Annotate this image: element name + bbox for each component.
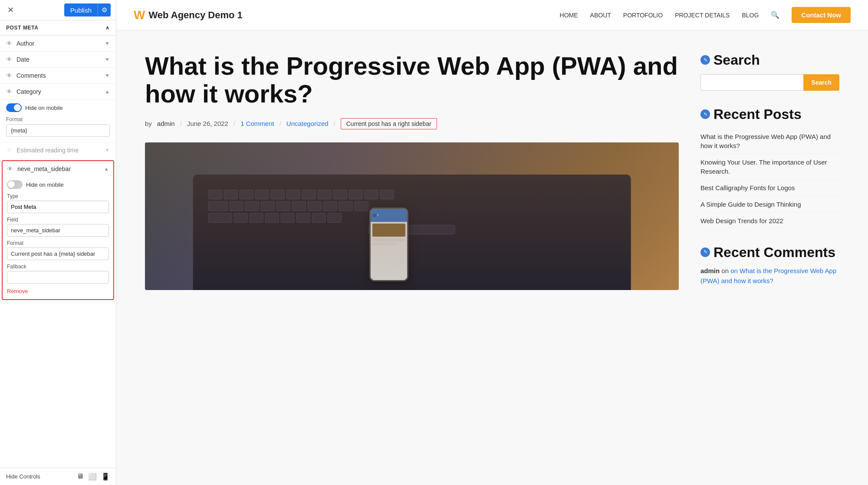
- comment-on: on: [721, 267, 730, 274]
- nav-project-details[interactable]: PROJECT DETAILS: [675, 12, 730, 19]
- article-title: What is the Progressive Web App (PWA) an…: [145, 52, 679, 108]
- type-label: Type: [7, 193, 109, 199]
- fallback-input[interactable]: [7, 271, 109, 284]
- site-logo: W Web Agency Demo 1: [134, 8, 243, 22]
- recent-post-item[interactable]: A Simple Guide to Design Thinking: [700, 196, 839, 213]
- nav-portfolio[interactable]: PORTOFOLIO: [623, 12, 663, 19]
- recent-posts-widget-icon: ✎: [700, 109, 710, 119]
- author-visibility-icon[interactable]: 👁: [6, 40, 12, 47]
- neve-body: Hide on mobile Type Post Meta Custom Fie…: [3, 177, 113, 299]
- recent-post-item[interactable]: What is the Progressive Web App (PWA) an…: [700, 129, 839, 154]
- bottom-bar: Hide Controls 🖥 ⬜ 📱: [0, 468, 116, 485]
- article-comments[interactable]: 1 Comment: [240, 120, 274, 127]
- neve-format-label: Format: [7, 240, 109, 246]
- neve-visibility-icon[interactable]: 👁: [7, 165, 13, 172]
- mobile-view-icon[interactable]: 📱: [101, 472, 110, 481]
- contact-button[interactable]: Contact Now: [792, 7, 851, 23]
- article-image: document.write(''): [145, 142, 679, 290]
- neve-format-input[interactable]: [7, 247, 109, 260]
- article-by: by: [145, 120, 152, 127]
- search-input[interactable]: [700, 74, 803, 91]
- desktop-view-icon[interactable]: 🖥: [77, 472, 84, 481]
- tablet-view-icon[interactable]: ⬜: [88, 472, 97, 481]
- search-widget: ✎ Search Search: [700, 52, 839, 91]
- comments-chevron: ▼: [105, 73, 110, 79]
- site-header: W Web Agency Demo 1 HOME ABOUT PORTOFOLI…: [116, 0, 868, 30]
- estimated-visibility-icon[interactable]: 👁: [6, 147, 12, 154]
- nav-home[interactable]: HOME: [560, 12, 578, 19]
- date-label: Date: [16, 56, 30, 63]
- category-format-input[interactable]: [6, 124, 110, 137]
- neve-toggle-label: Hide on mobile: [26, 181, 64, 188]
- category-item[interactable]: 👁 Category ▲: [0, 84, 116, 100]
- author-chevron: ▼: [105, 40, 110, 46]
- estimated-reading-label: Estimated reading time: [16, 147, 79, 154]
- recent-posts-widget: ✎ Recent Posts What is the Progressive W…: [700, 106, 839, 229]
- estimated-reading-item[interactable]: 👁 Estimated reading time ▼: [0, 142, 116, 158]
- recent-post-item[interactable]: Web Design Trends for 2022: [700, 213, 839, 229]
- article-layout: What is the Progressive Web App (PWA) an…: [128, 30, 857, 323]
- search-widget-title: Search: [713, 52, 760, 68]
- publish-settings-icon[interactable]: ⚙: [98, 3, 111, 16]
- remove-link[interactable]: Remove: [7, 288, 28, 294]
- recent-comments-widget-icon: ✎: [700, 247, 710, 257]
- neve-hide-mobile-toggle[interactable]: [7, 180, 23, 189]
- site-nav: HOME ABOUT PORTOFOLIO PROJECT DETAILS BL…: [560, 7, 851, 23]
- publish-button[interactable]: Publish ⚙: [64, 3, 111, 16]
- field-field-group: Field: [7, 217, 109, 237]
- author-item[interactable]: 👁 Author ▼: [0, 36, 116, 52]
- comments-item[interactable]: 👁 Comments ▼: [0, 68, 116, 84]
- search-row: Search: [700, 74, 839, 91]
- field-label: Field: [7, 217, 109, 223]
- category-hide-mobile-toggle[interactable]: [6, 103, 22, 112]
- estimated-chevron: ▼: [105, 147, 110, 153]
- sidebar-badge: Current post has a right sidebar: [341, 118, 437, 129]
- search-widget-icon: ✎: [700, 55, 710, 65]
- date-visibility-icon[interactable]: 👁: [6, 56, 12, 63]
- comment-link[interactable]: on What is the Progressive Web App (PWA)…: [700, 267, 836, 284]
- fallback-label: Fallback: [7, 264, 109, 270]
- comment-author[interactable]: admin: [700, 267, 720, 274]
- collapse-icon[interactable]: ∧: [105, 25, 110, 31]
- category-visibility-icon[interactable]: 👁: [6, 88, 12, 95]
- search-button[interactable]: Search: [803, 74, 839, 91]
- date-item[interactable]: 👁 Date ▼: [0, 52, 116, 68]
- logo-text: Web Agency Demo 1: [148, 10, 242, 21]
- article-author[interactable]: admin: [157, 120, 175, 127]
- neve-label: neve_meta_sidebar: [17, 165, 71, 172]
- date-chevron: ▼: [105, 56, 110, 63]
- article-category[interactable]: Uncategorized: [286, 120, 329, 127]
- recent-comment-text: admin on on What is the Progressive Web …: [700, 266, 839, 286]
- top-bar: ✕ Publish ⚙: [0, 0, 116, 20]
- recent-comments-widget: ✎ Recent Comments admin on on What is th…: [700, 244, 839, 286]
- category-toggle-label: Hide on mobile: [25, 105, 63, 111]
- category-chevron: ▲: [105, 89, 110, 95]
- nav-blog[interactable]: BLOG: [742, 12, 759, 19]
- close-button[interactable]: ✕: [5, 5, 16, 15]
- publish-label: Publish: [64, 4, 98, 16]
- type-field-group: Type Post Meta Custom Field ACF Field: [7, 193, 109, 213]
- view-icons: 🖥 ⬜ 📱: [77, 472, 110, 481]
- hide-controls-button[interactable]: Hide Controls: [6, 473, 40, 480]
- article-meta: by admin / June 26, 2022 / 1 Comment / U…: [145, 118, 679, 129]
- article-date: June 26, 2022: [187, 120, 228, 127]
- hide-controls-label: Hide Controls: [6, 473, 40, 480]
- neve-header: 👁 neve_meta_sidebar ▲: [3, 161, 113, 177]
- comments-visibility-icon[interactable]: 👁: [6, 72, 12, 79]
- recent-posts-list: What is the Progressive Web App (PWA) an…: [700, 129, 839, 229]
- field-input[interactable]: [7, 224, 109, 237]
- type-select[interactable]: Post Meta Custom Field ACF Field: [7, 201, 109, 213]
- recent-post-item[interactable]: Knowing Your User. The importance of Use…: [700, 154, 839, 180]
- nav-search-icon[interactable]: 🔍: [771, 11, 779, 19]
- recent-post-item[interactable]: Best Calligraphy Fonts for Logos: [700, 180, 839, 196]
- post-meta-label: POST META: [6, 25, 39, 31]
- neve-chevron: ▲: [104, 166, 109, 172]
- author-label: Author: [16, 40, 34, 47]
- neve-meta-sidebar-section: 👁 neve_meta_sidebar ▲ Hide on mobile Typ…: [2, 160, 114, 300]
- panel-scroll: 👁 Author ▼ 👁 Date ▼ 👁 Comments ▼ 👁: [0, 36, 116, 468]
- format-field-group: Format: [7, 240, 109, 260]
- comments-label: Comments: [16, 72, 46, 79]
- recent-comments-title: Recent Comments: [713, 244, 835, 261]
- nav-about[interactable]: ABOUT: [590, 12, 611, 19]
- left-panel: ✕ Publish ⚙ POST META ∧ 👁 Author ▼ 👁 Dat…: [0, 0, 116, 485]
